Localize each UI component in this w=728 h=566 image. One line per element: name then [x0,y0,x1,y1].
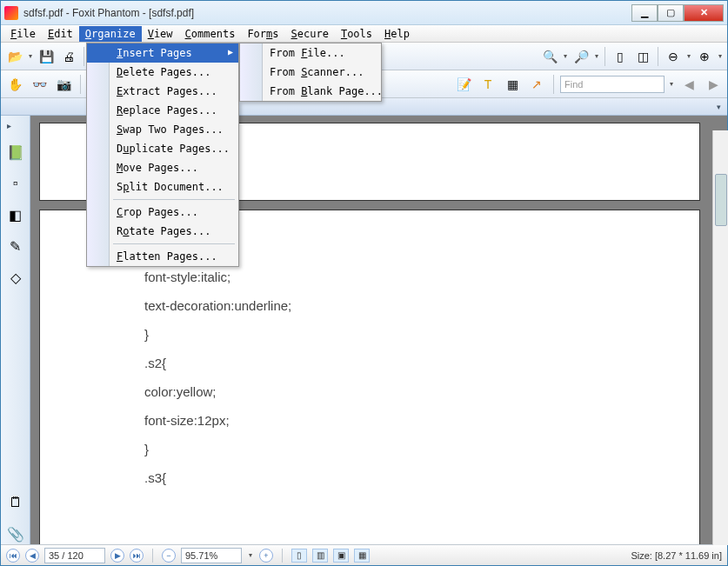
vertical-scrollbar[interactable] [712,130,728,545]
find-dropdown[interactable]: ▾ [668,80,675,88]
menu-item-swap-pages[interactable]: Swap Two Pages... [87,120,238,139]
maximize-button[interactable] [658,4,684,22]
side-panel: ▸ 📗 ▫ ◧ ✎ ◇ 🗒 📎 [1,116,30,544]
separator [658,47,658,66]
organize-menu: Insert Pages▶ Delete Pages... Extract Pa… [86,43,239,267]
close-button[interactable] [684,4,724,22]
separator [152,549,153,563]
notes-panel-icon[interactable]: 🗒 [5,492,26,513]
facing-view-icon[interactable]: ▣ [333,549,349,563]
separator [604,47,605,66]
document-text: .s2{ [144,349,595,377]
arrow-tool-icon[interactable]: ↗ [526,74,547,95]
separator [80,75,81,94]
menu-forms[interactable]: Forms [241,26,284,42]
menu-item-rotate-pages[interactable]: Rotate Pages... [87,222,238,241]
last-page-button[interactable]: ⏭ [130,549,144,563]
signatures-panel-icon[interactable]: ◇ [5,267,26,288]
app-icon [4,6,18,20]
attachments-panel-icon[interactable]: 📎 [5,523,26,544]
status-bar: ⏮ ◀ 35 / 120 ▶ ⏭ − 95.71%▾ + ▯ ▥ ▣ ▦ Siz… [1,544,727,565]
fit-page-icon[interactable]: ▯ [610,46,631,67]
menu-item-replace-pages[interactable]: Replace Pages... [87,101,238,120]
titlebar: sdfsf.pdf - Foxit Phantom - [sdfsf.pdf] [1,1,727,25]
menu-item-flatten-pages[interactable]: Flatten Pages... [87,247,238,266]
menu-help[interactable]: Help [378,26,416,42]
menu-item-duplicate-pages[interactable]: Duplicate Pages... [87,139,238,158]
menu-item-split-document[interactable]: Split Document... [87,177,238,196]
layers-panel-icon[interactable]: ◧ [5,204,26,225]
menu-separator [113,199,235,200]
page-number-field[interactable]: 35 / 120 [44,548,105,563]
menu-tools[interactable]: Tools [335,26,378,42]
open-dropdown[interactable]: ▾ [27,52,34,60]
sidepanel-collapse-icon[interactable]: ▸ [3,119,15,131]
zoom-out-dropdown[interactable]: ▾ [562,52,569,60]
menu-file[interactable]: File [4,26,42,42]
menu-item-crop-pages[interactable]: Crop Pages... [87,203,238,222]
window-buttons [631,4,724,22]
next-page-button[interactable]: ▶ [110,549,124,563]
note-tool-icon[interactable]: 📝 [453,74,474,95]
menu-item-delete-pages[interactable]: Delete Pages... [87,63,238,82]
zoom-in-icon[interactable]: 🔎 [571,46,591,67]
stamp-tool-icon[interactable]: ▦ [502,74,523,95]
page-size-label: Size: [8.27 * 11.69 in] [631,550,722,561]
fit-width-icon[interactable]: ◫ [632,46,653,67]
rotate-ccw-dropdown[interactable]: ▾ [685,52,692,60]
comments-panel-icon[interactable]: ✎ [5,236,26,256]
menu-view[interactable]: View [142,26,179,42]
document-text: color:yellow; [144,377,595,406]
print-icon[interactable]: 🖨 [58,46,79,67]
menu-item-from-file[interactable]: From File... [240,43,381,63]
save-icon[interactable]: 💾 [36,46,57,67]
menu-secure[interactable]: Secure [285,26,335,42]
menu-item-insert-pages[interactable]: Insert Pages▶ [87,43,238,63]
continuous-view-icon[interactable]: ▥ [312,549,328,563]
menu-comments[interactable]: Comments [179,26,242,42]
menubar: File Edit Organize View Comments Forms S… [1,25,727,43]
rotate-cw-icon[interactable]: ⊕ [694,46,715,67]
menu-item-from-blank-page[interactable]: From Blank Page... [240,82,381,101]
rotate-cw-dropdown[interactable]: ▾ [717,52,724,60]
pages-panel-icon[interactable]: ▫ [5,173,26,194]
document-text: } [144,320,595,349]
hand-tool-icon[interactable]: ✋ [4,74,25,95]
highlight-tool-icon[interactable]: T [478,74,498,95]
select-tool-icon[interactable]: 👓 [29,74,50,95]
insert-pages-submenu: From File... From Scanner... From Blank … [239,43,382,102]
continuous-facing-view-icon[interactable]: ▦ [354,549,370,563]
find-next-icon[interactable]: ▶ [703,74,724,95]
single-page-view-icon[interactable]: ▯ [291,549,307,563]
open-icon[interactable]: 📂 [4,46,25,67]
snapshot-tool-icon[interactable]: 📷 [53,74,74,95]
menu-item-move-pages[interactable]: Move Pages... [87,158,238,177]
zoom-dropdown[interactable]: ▾ [247,551,254,559]
separator [282,549,283,563]
menu-item-extract-pages[interactable]: Extract Pages... [87,82,238,101]
zoom-out-button[interactable]: − [162,549,176,563]
prev-page-button[interactable]: ◀ [25,549,39,563]
menu-organize[interactable]: Organize [79,26,142,42]
scrollbar-thumb[interactable] [715,174,727,226]
document-text: } [144,435,595,463]
zoom-out-icon[interactable]: 🔍 [539,46,560,67]
separator [83,47,84,66]
document-text: font-size:12px; [144,406,595,435]
menu-edit[interactable]: Edit [42,26,79,42]
find-input[interactable]: Find [560,76,665,93]
zoom-field[interactable]: 95.71% [181,548,242,563]
separator [553,75,554,94]
document-text: .s3{ [144,463,595,492]
rotate-ccw-icon[interactable]: ⊖ [663,46,684,67]
minimize-button[interactable] [631,4,658,22]
bookmarks-panel-icon[interactable]: 📗 [5,142,26,163]
zoom-in-button[interactable]: + [259,549,273,563]
zoom-in-dropdown[interactable]: ▾ [593,52,600,60]
first-page-button[interactable]: ⏮ [6,549,20,563]
menu-item-from-scanner[interactable]: From Scanner... [240,63,381,82]
menu-separator [113,243,235,244]
window-title: sdfsf.pdf - Foxit Phantom - [sdfsf.pdf] [23,7,631,19]
tabstrip-expand-icon[interactable]: ▾ [711,100,725,114]
find-prev-icon[interactable]: ◀ [678,74,699,95]
